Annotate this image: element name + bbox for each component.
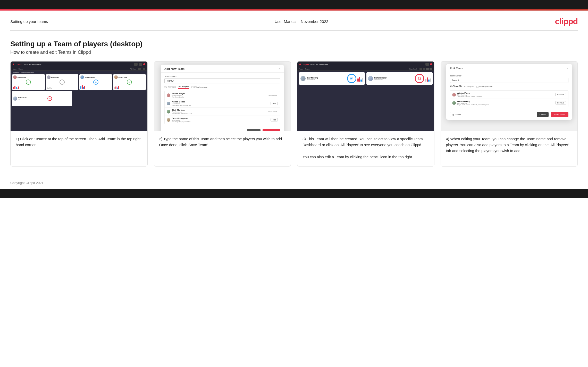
edit-player-list: Adrian Player Plus Handicap The Stow, Lo… <box>450 90 568 107</box>
player-info-3: Blair McHarg Plus Handicap Royal North D… <box>172 109 265 114</box>
edit-player-row-2: Blair McHarg Plus Handicap Royal North D… <box>450 99 568 107</box>
bar <box>16 87 17 89</box>
team-info-3-2: Richard Butler Plus Handicap <box>374 77 414 80</box>
edit-player-name-2: Blair McHarg <box>457 100 554 102</box>
add-button-4[interactable]: Add <box>271 118 278 121</box>
bar <box>359 77 360 82</box>
subnav-btn-3a <box>419 68 422 70</box>
bar <box>430 78 431 82</box>
bar <box>117 88 118 89</box>
bar <box>84 86 85 89</box>
edit-checkbox-icon <box>476 86 478 88</box>
bar <box>17 88 18 89</box>
edit-filter-label: Filter by name <box>479 85 492 88</box>
bar <box>80 86 81 89</box>
player-avatar-3 <box>167 110 170 113</box>
card-1: clippd Home My Performance Teams Players <box>10 61 148 167</box>
edit-player-detail-2b: Royal North Devon Golf Club, United King… <box>457 104 554 106</box>
remove-button-2[interactable]: Remove <box>555 101 566 104</box>
player-row-detail-4b: The Sing Maging Golf Club <box>172 121 269 123</box>
edit-dialog-tabs: My Team (2) All Players Filter by name <box>450 85 568 88</box>
nav-icon-close <box>143 63 145 65</box>
bar <box>115 86 116 89</box>
player-card-richard: Richard Butler 72 72 <box>12 91 72 106</box>
dialog-header: Add New Team × <box>161 65 284 73</box>
subnav-player-details-3: Player Details <box>409 68 417 70</box>
card-4-text: 4) When editing your Team, you can chang… <box>441 131 578 166</box>
team-info-3-1: Blair McHarg Plus Handicap <box>307 77 346 80</box>
player-avatar-1 <box>167 93 170 97</box>
score-circle-3: 94 <box>93 80 98 85</box>
card-2-screenshot: Add New Team × Team Name * Team A My Tea… <box>154 62 291 131</box>
card-1-screenshot: clippd Home My Performance Teams Players <box>11 62 147 131</box>
page-title-section: Setting up a Team of players (desktop) H… <box>0 31 588 61</box>
subnav-add-team: Add Team <box>130 68 136 70</box>
team-card-3-2: Richard Butler Plus Handicap 72 <box>366 72 432 85</box>
cancel-button[interactable]: Cancel <box>247 129 261 131</box>
bar <box>118 86 119 89</box>
bars-3 <box>80 85 111 89</box>
bar <box>18 86 19 89</box>
bar <box>83 87 84 89</box>
dialog-footer: Cancel Save Team <box>161 127 284 131</box>
page-title-sub: How to create and edit Teams in Clippd <box>10 50 578 55</box>
bars-4 <box>114 85 145 89</box>
player-row-name-2: Adrian Coliba <box>172 101 269 103</box>
team-player-detail-3-1: Plus Handicap <box>307 79 346 80</box>
save-team-button[interactable]: Save Team <box>263 129 280 131</box>
mock-nav-1: clippd Home My Performance <box>11 62 147 67</box>
delete-button[interactable]: 🗑 Delete <box>450 112 463 117</box>
player-avatar-4 <box>167 118 170 122</box>
card-3: clippd Home My Performance Teams Players <box>297 61 434 167</box>
player-added-badge-1: Player Added <box>267 94 278 97</box>
dialog-tabs: My Team (2) All Players Filter by name <box>164 85 280 89</box>
avatar-4 <box>114 75 118 79</box>
edit-cancel-button[interactable]: Cancel <box>537 112 549 117</box>
remove-button-1[interactable]: Remove <box>555 93 566 96</box>
top-bar <box>0 0 588 9</box>
player-row-name-4: Dave Billingham <box>172 117 269 119</box>
subnav-players-3: Players <box>305 68 310 70</box>
player-card-2: Blair McHarg 0 <box>46 74 79 90</box>
add-button-2[interactable]: Add <box>271 102 278 105</box>
edit-team-dialog: Edit Team × Team Name * Team A My Team (… <box>446 64 572 120</box>
score-circle-1: 84 <box>26 80 31 85</box>
avatar-2 <box>47 75 51 79</box>
player-card-4: Richard Butler 78 <box>113 74 146 90</box>
bar <box>362 78 363 82</box>
player-list: Adrian Player Plus Handicap The Stow, Lo… <box>164 91 280 124</box>
subnav-btn-3d <box>430 68 432 70</box>
dialog-title: Add New Team <box>164 67 184 70</box>
player-row-1: Adrian Player Plus Handicap The Stow, Lo… <box>165 91 280 99</box>
player-row-4: Dave Billingham 5 Handicap The Sing Magi… <box>165 116 280 124</box>
edit-tab-all-players: All Players <box>464 85 474 88</box>
edit-save-team-button[interactable]: Save Team <box>551 112 568 117</box>
team-card-3-1: Blair McHarg Plus Handicap 94 <box>299 72 365 85</box>
player-name-4: Richard Butler <box>119 76 127 78</box>
player-info-2: Adrian Coliba 1 Handicap Central London … <box>172 101 269 106</box>
nav-icon-settings <box>139 63 142 66</box>
page-header: Setting up your teams User Manual – Nove… <box>0 11 588 30</box>
copyright-text: Copyright Clippd 2021 <box>10 181 44 185</box>
bar <box>47 88 48 89</box>
nav-icons-3 <box>425 63 432 66</box>
card-4-screenshot: Edit Team × Team Name * Team A My Team (… <box>441 62 578 131</box>
team-player-name-3-2: Richard Butler <box>374 77 414 79</box>
card-3-text2: You can also edit a Team by clicking the… <box>303 155 413 159</box>
avatar-5 <box>13 97 17 101</box>
avatar-3 <box>80 75 84 79</box>
edit-dialog-close-icon: × <box>567 67 568 70</box>
edit-dialog-title: Edit Team <box>450 67 463 70</box>
team-bars-3-1 <box>357 76 363 82</box>
player-row-detail-2b: Central London Golf Centre <box>172 104 269 106</box>
edit-tab-my-team: My Team (2) <box>450 85 462 88</box>
bar <box>48 88 49 89</box>
player-card-1: Adrian Collins 84 <box>12 74 45 90</box>
edit-player-name-1: Adrian Player <box>457 92 554 94</box>
card-3-text1: 3) This Team will then be created. You c… <box>303 137 423 147</box>
card-1-text: 1) Click on 'Teams' at the top of the sc… <box>11 131 147 166</box>
edit-player-row-1: Adrian Player Plus Handicap The Stow, Lo… <box>450 91 568 99</box>
trash-icon: 🗑 <box>452 113 454 116</box>
team-player-detail-3-2: Plus Handicap <box>374 79 414 80</box>
edit-field-label: Team Name * <box>450 75 568 77</box>
